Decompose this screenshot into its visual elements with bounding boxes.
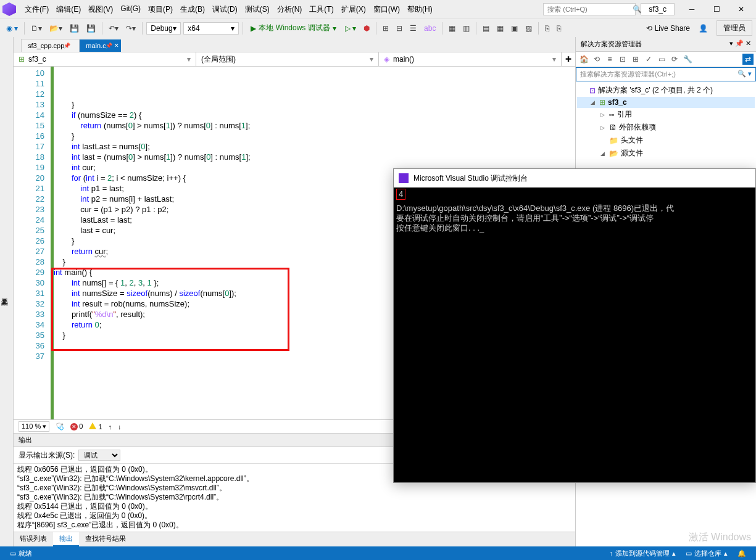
output-source-combo[interactable]: 调试 [78, 450, 120, 461]
rp-icon[interactable]: ⟳ [669, 54, 680, 65]
solution-search[interactable]: 搜索解决方案资源管理器(Ctrl+;) 🔍 ▾ [576, 67, 756, 81]
tb-icon-1[interactable]: ⊞ [380, 22, 391, 35]
tb-icon-4[interactable]: abc [422, 22, 438, 35]
nav-member[interactable]: ◈main()▾ [379, 52, 562, 66]
sb-bell-icon[interactable]: 🔔 [733, 549, 751, 558]
rp-home-icon[interactable]: 🏠 [578, 54, 589, 65]
project-title: sf3_c [641, 3, 675, 15]
run-debug-button[interactable]: ▶ 本地 Windows 调试器 ▾ [247, 21, 339, 35]
tb-icon-3[interactable]: ☰ [407, 22, 419, 35]
redo-icon[interactable]: ↷▾ [123, 22, 138, 35]
menu-item[interactable]: Git(G) [117, 2, 144, 17]
close-button[interactable]: ✕ [729, 1, 754, 18]
tb-icon-11[interactable]: ⎘ [542, 22, 552, 35]
undo-icon[interactable]: ↶▾ [106, 22, 121, 35]
main-toolbar: ◉ ▾ 🗋▾ 📂▾ 💾 💾 ↶▾ ↷▾ Debug▾ x64▾ ▶ 本地 Win… [0, 19, 756, 37]
zoom-combo[interactable]: 110 % ▾ [19, 421, 49, 432]
open-icon[interactable]: 📂▾ [47, 22, 65, 35]
sb-repo[interactable]: ▭ 选择仓库 ▴ [681, 549, 733, 558]
menu-item[interactable]: 调试(D) [209, 2, 241, 17]
rp-switch-icon[interactable]: ⇄ [742, 54, 754, 65]
tab-mainc[interactable]: main.c📌✕ [80, 39, 120, 52]
vs-logo-icon [2, 2, 16, 16]
tree-solution-root[interactable]: ⊡解决方案 'sf3_c' (2 个项目, 共 2 个) [577, 84, 755, 97]
rp-icon[interactable]: ⊞ [630, 54, 641, 65]
tree-node[interactable]: ▷🖻外部依赖项 [577, 121, 755, 134]
tree-node[interactable]: 📁头文件 [577, 134, 755, 147]
nav-down-icon[interactable]: ↓ [118, 423, 122, 430]
admin-label: 管理员 [717, 20, 752, 36]
new-file-icon[interactable]: 🗋▾ [28, 22, 44, 35]
bottom-tab[interactable]: 查找符号结果 [79, 532, 132, 546]
menu-item[interactable]: 窗口(W) [370, 2, 404, 17]
nav-bar: ⊞sf3_c▾ (全局范围)▾ ◈main()▾ ✚ [14, 52, 575, 67]
tb-icon-6[interactable]: ▥ [460, 22, 472, 35]
maximize-button[interactable]: ☐ [704, 1, 729, 18]
menu-item[interactable]: 工具(T) [305, 2, 337, 17]
menu-item[interactable]: 视图(V) [85, 2, 117, 17]
save-icon[interactable]: 💾 [67, 22, 81, 35]
tb-icon-5[interactable]: ▦ [446, 22, 458, 35]
rp-icon[interactable]: ✓ [643, 54, 654, 65]
menu-item[interactable]: 测试(S) [241, 2, 273, 17]
sb-source-control[interactable]: ↑ 添加到源代码管理 ▴ [605, 549, 681, 558]
tree-node[interactable]: ▷▫▫引用 [577, 108, 755, 121]
menu-item[interactable]: 生成(B) [177, 2, 209, 17]
account-icon[interactable]: 👤 [696, 22, 710, 35]
error-count[interactable]: ✕0 [70, 422, 83, 430]
dropdown-icon[interactable]: ▾ [729, 39, 733, 47]
config-combo[interactable]: Debug▾ [146, 22, 181, 35]
menu-item[interactable]: 编辑(E) [52, 2, 85, 17]
bottom-tab[interactable]: 输出 [53, 532, 79, 546]
tb-icon-2[interactable]: ⊟ [394, 22, 405, 35]
rp-icon[interactable]: ▭ [656, 54, 667, 65]
rp-icon[interactable]: ≡ [604, 54, 615, 65]
tb-icon-12[interactable]: ⎘ [554, 22, 563, 35]
health-icon[interactable]: 🩺 [56, 422, 64, 430]
save-all-icon[interactable]: 💾 [84, 22, 98, 35]
rp-icon[interactable]: ⟲ [591, 54, 602, 65]
console-output-value: 4 [396, 189, 405, 200]
menu-item[interactable]: 扩展(X) [338, 2, 370, 17]
menu-item[interactable]: 分析(N) [273, 2, 306, 17]
console-body[interactable]: 4 D:\mysetup\gopath\src\dsy\sf3_c\x64\De… [394, 187, 755, 234]
debug-console-window[interactable]: Microsoft Visual Studio 调试控制台 4 D:\myset… [393, 168, 756, 483]
minimize-button[interactable]: ─ [679, 1, 704, 18]
menu-item[interactable]: 项目(P) [144, 2, 177, 17]
nav-scope[interactable]: ⊞sf3_c▾ [14, 52, 196, 66]
rp-icon[interactable]: 🔧 [682, 54, 693, 65]
pin-icon[interactable]: 📌 [735, 39, 744, 47]
platform-combo[interactable]: x64▾ [183, 22, 239, 35]
stop-icon[interactable]: ⬢ [361, 22, 372, 35]
run-nodebug-icon[interactable]: ▷ ▾ [343, 22, 359, 35]
tb-icon-7[interactable]: ▤ [480, 22, 492, 35]
nav-back-icon[interactable]: ◉ ▾ [4, 22, 20, 35]
nav-up-icon[interactable]: ↑ [109, 423, 112, 430]
close-icon[interactable]: ✕ [746, 39, 751, 47]
statusbar: ▭ 就绪 ↑ 添加到源代码管理 ▴ ▭ 选择仓库 ▴ 🔔 [0, 546, 756, 560]
pin-icon[interactable]: 📌 [106, 43, 112, 49]
global-search[interactable]: 🔍 [543, 3, 636, 15]
tb-icon-8[interactable]: ▦ [494, 22, 506, 35]
toolbox-tab[interactable]: 工具箱 [0, 37, 14, 546]
tree-project[interactable]: ◢⊞sf3_c [577, 97, 755, 108]
pin-icon[interactable]: 📌 [64, 43, 70, 49]
output-title: 输出 [19, 435, 32, 445]
tb-icon-9[interactable]: ▣ [509, 22, 520, 35]
warning-count[interactable]: 1 [89, 422, 102, 430]
tb-icon-10[interactable]: ▨ [523, 22, 534, 35]
liveshare-button[interactable]: ⟲ Live Share [642, 22, 694, 35]
rp-icon[interactable]: ⊡ [617, 54, 628, 65]
nav-plus-icon[interactable]: ✚ [562, 52, 575, 66]
nav-region[interactable]: (全局范围)▾ [196, 52, 379, 66]
tab-sf3cpp[interactable]: sf3_cpp.cpp📌 [21, 39, 80, 52]
bottom-tab[interactable]: 错误列表 [14, 532, 53, 546]
console-titlebar[interactable]: Microsoft Visual Studio 调试控制台 [394, 169, 755, 187]
menu-item[interactable]: 帮助(H) [404, 2, 436, 17]
menubar: 文件(F)编辑(E)视图(V)Git(G)项目(P)生成(B)调试(D)测试(S… [0, 0, 756, 19]
search-input[interactable] [547, 6, 633, 13]
tree-node[interactable]: ◢📂源文件 [577, 147, 755, 160]
close-icon[interactable]: ✕ [114, 43, 119, 49]
output-source-label: 显示输出来源(S): [19, 450, 75, 461]
menu-item[interactable]: 文件(F) [21, 2, 52, 17]
